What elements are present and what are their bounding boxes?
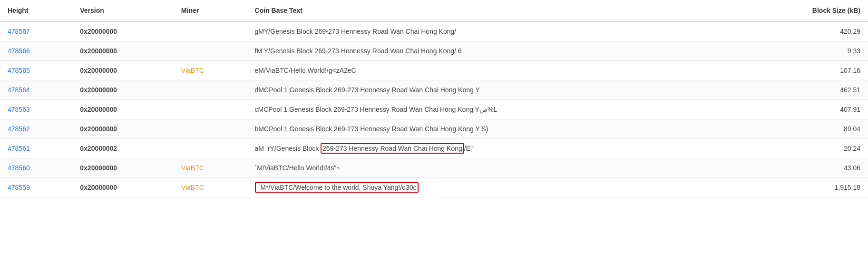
table-row: 4785650x20000000ViaBTCeM/ViaBTC/Hello Wo… (0, 61, 868, 80)
table-row: 4785590x20000000ViaBTC_M*/ViaBTC/Welcome… (0, 178, 868, 197)
cell-coinbase: _M*/ViaBTC/Welcome to the world, Shuya Y… (247, 178, 746, 197)
cell-miner[interactable]: ViaBTC (174, 158, 247, 178)
col-height: Height (0, 0, 72, 21)
cell-blocksize: 420.29 (745, 21, 868, 41)
cell-version: 0x20000000 (72, 119, 174, 139)
highlighted-coinbase: 269-273 Hennessy Road Wan Chai Hong Kong (321, 143, 464, 154)
cell-miner (174, 21, 247, 41)
cell-height[interactable]: 478561 (0, 139, 72, 158)
cell-coinbase: cMCPool 1 Genesis Block 269-273 Hennessy… (247, 100, 746, 119)
cell-version: 0x20000000 (72, 158, 174, 178)
cell-height[interactable]: 478566 (0, 41, 72, 61)
cell-version: 0x20000000 (72, 21, 174, 41)
cell-coinbase: dMCPool 1 Genesis Block 269-273 Hennessy… (247, 80, 746, 100)
table-header-row: Height Version Miner Coin Base Text Bloc… (0, 0, 868, 21)
highlighted-coinbase: _M*/ViaBTC/Welcome to the world, Shuya Y… (255, 182, 419, 193)
cell-miner (174, 100, 247, 119)
cell-version: 0x20000000 (72, 178, 174, 197)
cell-height[interactable]: 478563 (0, 100, 72, 119)
cell-coinbase: `M/ViaBTC/Hello World!/4s"~ (247, 158, 746, 178)
cell-miner[interactable]: ViaBTC (174, 61, 247, 80)
table-row: 4785600x20000000ViaBTC`M/ViaBTC/Hello Wo… (0, 158, 868, 178)
cell-miner (174, 80, 247, 100)
cell-version: 0x20000002 (72, 139, 174, 158)
cell-version: 0x20000000 (72, 41, 174, 61)
col-coinbase: Coin Base Text (247, 0, 746, 21)
table-row: 4785630x20000000cMCPool 1 Genesis Block … (0, 100, 868, 119)
col-version: Version (72, 0, 174, 21)
cell-coinbase: eM/ViaBTC/Hello World!/g<zA2eC (247, 61, 746, 80)
cell-height[interactable]: 478564 (0, 80, 72, 100)
cell-coinbase: aM_rY/Genesis Block 269-273 Hennessy Roa… (247, 139, 746, 158)
cell-blocksize: 107.16 (745, 61, 868, 80)
col-blocksize: Block Size (kB) (745, 0, 868, 21)
table-row: 4785610x20000002aM_rY/Genesis Block 269-… (0, 139, 868, 158)
cell-coinbase: bMCPool 1 Genesis Block 269-273 Hennessy… (247, 119, 746, 139)
cell-blocksize: 89.04 (745, 119, 868, 139)
cell-blocksize: 9.33 (745, 41, 868, 61)
cell-version: 0x20000000 (72, 61, 174, 80)
col-miner: Miner (174, 0, 247, 21)
cell-miner (174, 139, 247, 158)
cell-blocksize: 462.51 (745, 80, 868, 100)
cell-version: 0x20000000 (72, 80, 174, 100)
footer-spacer (0, 197, 868, 216)
cell-height[interactable]: 478560 (0, 158, 72, 178)
table-row: 4785670x20000000gMY/Genesis Block 269-27… (0, 21, 868, 41)
cell-version: 0x20000000 (72, 100, 174, 119)
cell-coinbase: fM Y/Genesis Block 269-273 Hennessy Road… (247, 41, 746, 61)
cell-blocksize: 43.06 (745, 158, 868, 178)
cell-height[interactable]: 478565 (0, 61, 72, 80)
cell-miner[interactable]: ViaBTC (174, 178, 247, 197)
table-row: 4785660x20000000fM Y/Genesis Block 269-2… (0, 41, 868, 61)
cell-miner (174, 119, 247, 139)
cell-height[interactable]: 478562 (0, 119, 72, 139)
cell-height[interactable]: 478559 (0, 178, 72, 197)
blocks-table: Height Version Miner Coin Base Text Bloc… (0, 0, 868, 197)
cell-coinbase: gMY/Genesis Block 269-273 Hennessy Road … (247, 21, 746, 41)
cell-blocksize: 1,915.18 (745, 178, 868, 197)
table-row: 4785640x20000000dMCPool 1 Genesis Block … (0, 80, 868, 100)
cell-blocksize: 20.24 (745, 139, 868, 158)
table-row: 4785620x20000000bMCPool 1 Genesis Block … (0, 119, 868, 139)
cell-miner (174, 41, 247, 61)
cell-height[interactable]: 478567 (0, 21, 72, 41)
main-container: Height Version Miner Coin Base Text Bloc… (0, 0, 868, 264)
cell-blocksize: 407.91 (745, 100, 868, 119)
